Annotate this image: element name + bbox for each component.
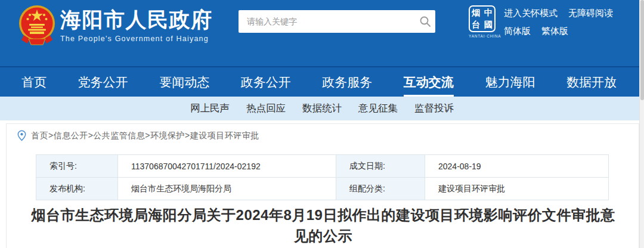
vertical-scrollbar[interactable]	[639, 0, 644, 248]
subnav-item-supervision-complaints[interactable]: 监督投诉	[414, 102, 454, 115]
seal-char: 烟	[470, 7, 482, 18]
meta-label-index-number: 索引号:	[36, 155, 118, 178]
meta-value-category: 建设项目环评审批	[425, 178, 609, 200]
site-title-block: 海阳市人民政府 The People's Government of Haiya…	[60, 8, 213, 43]
nav-item-party-affairs[interactable]: 党务公开	[78, 67, 128, 97]
nav-item-open-data[interactable]: 数据开放	[566, 67, 617, 97]
meta-label-issuing-agency: 发布机构:	[36, 178, 118, 200]
sub-nav: 网上民声 热点回应 数据统计 意见征集 监督投诉	[0, 97, 644, 120]
subnav-item-public-voice[interactable]: 网上民声	[190, 102, 230, 115]
meta-value-index-number: 113706870042701711/2024-02192	[118, 155, 336, 178]
meta-label-category: 组配分类:	[336, 178, 425, 200]
scrollbar-thumb[interactable]	[640, 0, 644, 100]
content-card: 首页>信息公开>公共监管信息>环境保护>建设项目环评审批 索引号: 113706…	[6, 123, 639, 248]
yantai-china-seal-icon: 烟 中 台 國	[469, 5, 496, 32]
site-header: 海阳市人民政府 The People's Government of Haiya…	[0, 0, 644, 66]
nav-item-gov-services[interactable]: 政务服务	[322, 67, 372, 97]
nav-item-gov-affairs[interactable]: 政务公开	[241, 67, 291, 97]
subnav-item-opinion-collection[interactable]: 意见征集	[358, 102, 398, 115]
search-box	[239, 10, 435, 33]
seal-char: 台	[470, 19, 482, 30]
table-row: 发布机构: 烟台市生态环境局海阳分局 组配分类: 建设项目环评审批	[36, 178, 609, 200]
table-row: 索引号: 113706870042701711/2024-02192 成文日期:…	[36, 155, 609, 178]
seal-char: 國	[482, 19, 495, 30]
site-title: 海阳市人民政府	[60, 8, 213, 32]
meta-value-issuing-agency: 烟台市生态环境局海阳分局	[118, 178, 336, 200]
accessibility-link[interactable]: 无障碍阅读	[568, 8, 613, 19]
national-emblem-icon	[18, 4, 56, 46]
meta-label-issue-date: 成文日期:	[336, 155, 425, 178]
breadcrumb: 首页>信息公开>公共监管信息>环境保护>建设项目环评审批	[17, 130, 259, 141]
search-input[interactable]	[239, 10, 415, 33]
seal-char: 中	[482, 7, 495, 18]
document-meta-table: 索引号: 113706870042701711/2024-02192 成文日期:…	[36, 154, 609, 200]
subnav-item-data-statistics[interactable]: 数据统计	[302, 102, 342, 115]
subnav-item-hot-responses[interactable]: 热点回应	[246, 102, 286, 115]
nav-item-interaction[interactable]: 互动交流	[404, 67, 454, 97]
care-mode-link[interactable]: 进入关怀模式	[504, 8, 558, 19]
search-icon[interactable]	[415, 10, 435, 33]
location-pin-icon	[17, 130, 26, 141]
site-title-english: The People's Government of Haiyang	[60, 35, 213, 43]
nav-item-charm-haiyang[interactable]: 魅力海阳	[485, 67, 535, 97]
yantai-china-logo: 烟 中 台 國 YANTAI·CHINA	[469, 5, 496, 38]
simplified-chinese-link[interactable]: 简体版	[504, 26, 531, 37]
seal-caption: YANTAI·CHINA	[469, 34, 496, 38]
nav-item-home[interactable]: 首页	[21, 67, 47, 97]
main-nav: 首页 党务公开 要闻动态 政务公开 政务服务 互动交流 魅力海阳 数据开放	[0, 66, 644, 97]
nav-item-news[interactable]: 要闻动态	[159, 67, 209, 97]
breadcrumb-text[interactable]: 首页>信息公开>公共监管信息>环境保护>建设项目环评审批	[31, 131, 259, 141]
meta-value-issue-date: 2024-08-19	[425, 155, 609, 178]
article-title: 烟台市生态环境局海阳分局关于2024年8月19日拟作出的建设项目环境影响评价文件…	[25, 204, 621, 246]
traditional-chinese-link[interactable]: 繁体版	[541, 26, 568, 37]
header-links: 进入关怀模式 无障碍阅读 简体版 繁体版	[504, 8, 613, 44]
